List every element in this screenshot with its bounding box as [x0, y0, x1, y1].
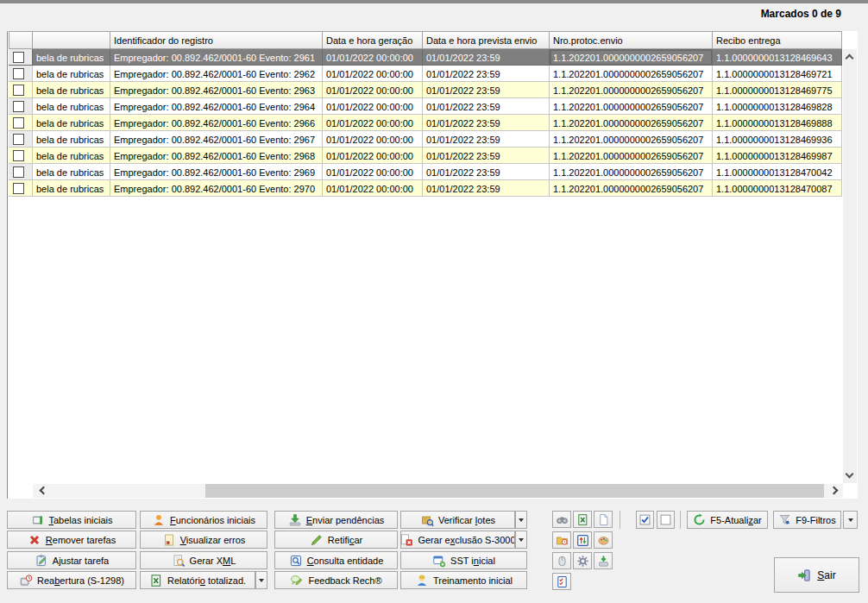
button-reabertura-s1298[interactable]: Reabertura (S-1298) — [7, 571, 136, 589]
cell-data-prevista[interactable]: 01/01/2022 23:59 — [423, 148, 550, 164]
row-checkbox-cell[interactable] — [9, 148, 33, 164]
cell-tipo[interactable]: bela de rubricas — [33, 98, 110, 115]
row-checkbox-cell[interactable] — [9, 66, 33, 82]
table-row[interactable]: bela de rubricasEmpregador: 00.892.462/0… — [9, 49, 842, 66]
cell-identificador[interactable]: Empregador: 00.892.462/0001-60 Evento: 2… — [110, 131, 323, 148]
cell-data-prevista[interactable]: 01/01/2022 23:59 — [423, 82, 550, 98]
button-consulta-entidade[interactable]: Consulta entidade — [274, 551, 398, 569]
table-row[interactable]: bela de rubricasEmpregador: 00.892.462/0… — [9, 131, 842, 148]
cell-recibo[interactable]: 1.1.0000000013128469828 — [713, 98, 842, 115]
cell-recibo[interactable]: 1.1.0000000013128469936 — [713, 131, 842, 148]
cell-data-prevista[interactable]: 01/01/2022 23:59 — [423, 49, 550, 66]
row-checkbox[interactable] — [13, 134, 24, 145]
button-gerar-xml[interactable]: Gerar XML — [140, 551, 267, 569]
button-ajustar-tarefa[interactable]: Ajustar tarefa — [7, 551, 136, 569]
cell-recibo[interactable]: 1.1.0000000013128470087 — [713, 180, 842, 197]
cell-data-geracao[interactable]: 01/01/2022 00:00:00 — [323, 164, 423, 180]
filters-button[interactable]: F9-Filtros — [773, 511, 841, 529]
row-checkbox-cell[interactable] — [9, 82, 33, 98]
row-checkbox-cell[interactable] — [9, 180, 33, 197]
table-row[interactable]: bela de rubricasEmpregador: 00.892.462/0… — [9, 164, 842, 180]
cell-recibo[interactable]: 1.1.0000000013128469888 — [713, 115, 842, 131]
cell-tipo[interactable]: bela de rubricas — [33, 131, 110, 148]
cell-data-geracao[interactable]: 01/01/2022 00:00:00 — [323, 82, 423, 98]
cell-data-prevista[interactable]: 01/01/2022 23:59 — [423, 131, 550, 148]
cell-data-prevista[interactable]: 01/01/2022 23:59 — [423, 98, 550, 115]
cell-tipo[interactable]: bela de rubricas — [33, 66, 110, 82]
row-checkbox-cell[interactable] — [9, 131, 33, 148]
row-checkbox[interactable] — [13, 101, 24, 112]
cell-data-geracao[interactable]: 01/01/2022 00:00:00 — [323, 49, 423, 66]
row-checkbox-cell[interactable] — [9, 98, 33, 115]
column-header-recibo[interactable]: Recibo entrega — [713, 31, 842, 49]
row-checkbox-cell[interactable] — [9, 164, 33, 180]
column-header-identificador[interactable]: Identificador do registro — [110, 31, 323, 49]
cell-data-prevista[interactable]: 01/01/2022 23:59 — [423, 66, 550, 82]
cell-identificador[interactable]: Empregador: 00.892.462/0001-60 Evento: 2… — [110, 115, 323, 131]
cell-protocolo-focused[interactable]: 1.1.202201.0000000002659056207 — [550, 49, 713, 66]
cell-identificador[interactable]: Empregador: 00.892.462/0001-60 Evento: 2… — [110, 164, 323, 180]
check-all-button[interactable] — [636, 511, 654, 529]
button-sst-inicial[interactable]: SST inicial — [400, 551, 527, 569]
exit-button[interactable]: Sair — [774, 557, 859, 593]
cell-protocolo[interactable]: 1.1.202201.0000000002659056207 — [550, 66, 713, 82]
button-gerar-exclusao-s3000-dropdown-arrow[interactable] — [515, 531, 527, 549]
button-gerar-exclusao-s3000[interactable]: Gerar exclusão S-3000 — [400, 531, 515, 549]
filters-dropdown-arrow[interactable] — [843, 511, 858, 529]
row-checkbox[interactable] — [13, 166, 24, 178]
row-checkbox[interactable] — [13, 150, 24, 161]
row-checkbox-cell[interactable] — [9, 115, 33, 131]
tool-new-document-button[interactable] — [594, 511, 613, 528]
table-row[interactable]: bela de rubricasEmpregador: 00.892.462/0… — [9, 115, 842, 131]
cell-protocolo[interactable]: 1.1.202201.0000000002659056207 — [550, 148, 713, 164]
column-header-protocolo[interactable]: Nro.protoc.envio — [550, 31, 713, 49]
column-header-data-prevista[interactable]: Data e hora prevista envio — [423, 31, 550, 49]
button-verificar-lotes[interactable]: Verificar lotes — [400, 511, 515, 529]
cell-tipo[interactable]: bela de rubricas — [33, 49, 110, 66]
cell-protocolo[interactable]: 1.1.202201.0000000002659056207 — [550, 82, 713, 98]
cell-recibo[interactable]: 1.1.0000000013128470042 — [713, 164, 842, 180]
horizontal-scrollbar-thumb[interactable] — [205, 484, 824, 498]
row-checkbox-cell[interactable] — [9, 49, 33, 66]
scroll-down-arrow-icon[interactable] — [846, 470, 854, 479]
scroll-right-arrow-icon[interactable] — [830, 487, 839, 495]
cell-recibo[interactable]: 1.1.0000000013128469775 — [713, 82, 842, 98]
tool-column-order-button[interactable] — [573, 531, 592, 549]
cell-data-geracao[interactable]: 01/01/2022 00:00:00 — [323, 115, 423, 131]
cell-data-geracao[interactable]: 01/01/2022 00:00:00 — [323, 148, 423, 164]
table-row[interactable]: bela de rubricasEmpregador: 00.892.462/0… — [9, 66, 842, 82]
button-retificar[interactable]: Retificar — [274, 531, 398, 549]
cell-tipo[interactable]: bela de rubricas — [33, 164, 110, 180]
cell-tipo[interactable]: bela de rubricas — [33, 82, 110, 98]
refresh-button[interactable]: F5-Atualizar — [687, 511, 768, 529]
tool-folder-history-button[interactable] — [552, 531, 571, 549]
button-relatorio-totalizador[interactable]: Relatório totalizad. — [140, 571, 255, 589]
table-row[interactable]: bela de rubricasEmpregador: 00.892.462/0… — [9, 180, 842, 197]
button-treinamento-inicial[interactable]: Treinamento inicial — [400, 571, 527, 589]
row-checkbox[interactable] — [13, 183, 24, 194]
table-row[interactable]: bela de rubricasEmpregador: 00.892.462/0… — [9, 98, 842, 115]
cell-data-geracao[interactable]: 01/01/2022 00:00:00 — [323, 131, 423, 148]
tool-export-excel-button[interactable] — [573, 511, 592, 528]
button-relatorio-totalizador-dropdown-arrow[interactable] — [255, 571, 267, 589]
cell-protocolo[interactable]: 1.1.202201.0000000002659056207 — [550, 98, 713, 115]
cell-data-geracao[interactable]: 01/01/2022 00:00:00 — [323, 180, 423, 197]
scroll-up-arrow-icon[interactable] — [846, 54, 854, 63]
cell-tipo[interactable]: bela de rubricas — [33, 148, 110, 164]
horizontal-scrollbar[interactable] — [33, 484, 843, 498]
cell-identificador[interactable]: Empregador: 00.892.462/0001-60 Evento: 2… — [110, 98, 323, 115]
button-enviar-pendencias[interactable]: Enviar pendências — [274, 511, 398, 529]
button-verificar-lotes-dropdown-arrow[interactable] — [515, 511, 527, 529]
cell-data-prevista[interactable]: 01/01/2022 23:59 — [423, 115, 550, 131]
tool-tasks-check-button[interactable] — [552, 573, 571, 590]
cell-protocolo[interactable]: 1.1.202201.0000000002659056207 — [550, 115, 713, 131]
cell-data-prevista[interactable]: 01/01/2022 23:59 — [423, 164, 550, 180]
row-checkbox[interactable] — [13, 52, 24, 63]
cell-identificador[interactable]: Empregador: 00.892.462/0001-60 Evento: 2… — [110, 82, 323, 98]
cell-identificador[interactable]: Empregador: 00.892.462/0001-60 Evento: 2… — [110, 49, 323, 66]
tool-install-button[interactable] — [594, 552, 613, 569]
cell-data-geracao[interactable]: 01/01/2022 00:00:00 — [323, 98, 423, 115]
cell-recibo[interactable]: 1.1.0000000013128469987 — [713, 148, 842, 164]
button-remover-tarefas[interactable]: Remover tarefas — [7, 531, 136, 549]
button-visualizar-erros[interactable]: Visualizar erros — [140, 531, 267, 549]
